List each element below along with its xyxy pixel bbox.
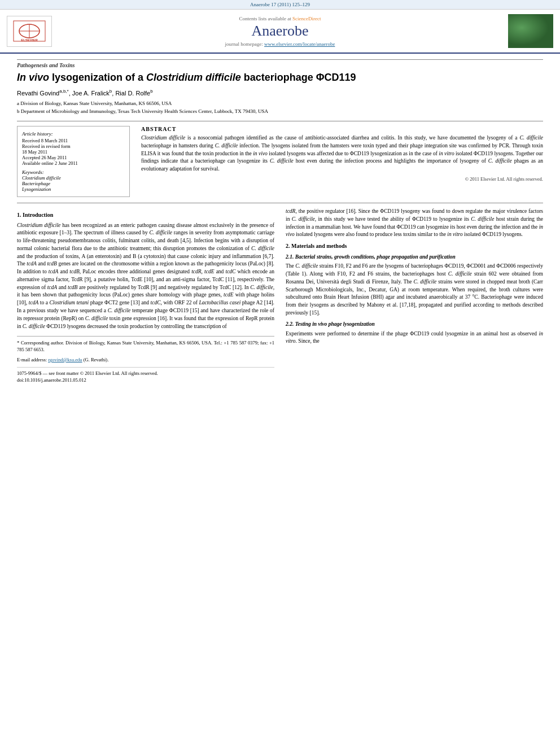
divider-2 (17, 203, 543, 203)
methods-heading: 2. Materials and methods (286, 242, 543, 251)
divider-1 (17, 121, 543, 121)
svg-point-7 (521, 20, 535, 37)
svg-rect-5 (508, 14, 553, 48)
journal-header: ELSEVIER Contents lists available at Sci… (0, 10, 560, 54)
affil-1: a Division of Biology, Kansas State Univ… (17, 100, 543, 108)
intro-para1: Clostridium difficile has been recognize… (17, 222, 274, 331)
footnote-area: * Corresponding author. Division of Biol… (17, 336, 274, 364)
affil-2: b Department of Microbiology and Immunol… (17, 108, 543, 116)
subsec2-para: Experiments were performed to determine … (286, 330, 543, 346)
info-abstract-row: Article history: Received 8 March 2011 R… (17, 126, 543, 197)
sciencedirect-line: Contents lists available at ScienceDirec… (63, 16, 497, 21)
subsec2-heading: 2.2. Testing in vivo phage lysogenizatio… (286, 321, 543, 329)
journal-center: Contents lists available at ScienceDirec… (52, 16, 508, 47)
footnote-star: * Corresponding author. Division of Biol… (17, 340, 274, 353)
footnote-email: E-mail address: rgovind@ksu.edu (G. Reva… (17, 357, 274, 364)
svg-text:Anaerobe: Anaerobe (520, 41, 541, 46)
elsevier-logo: ELSEVIER (7, 16, 52, 47)
journal-title: Anaerobe (63, 23, 497, 40)
intro-heading: 1. Introduction (17, 211, 274, 220)
abstract-title: ABSTRACT (141, 126, 543, 132)
revised-label: Received in revised form (22, 143, 125, 149)
body-col-right: tcdR, the positive regulator [16]. Since… (286, 208, 543, 384)
keyword-2: Bacteriophage (22, 181, 125, 186)
affiliations: a Division of Biology, Kansas State Univ… (17, 100, 543, 115)
keywords-section: Keywords: Clostridium difficile Bacterio… (22, 169, 125, 192)
svg-point-8 (532, 28, 541, 40)
history-label: Article history: (22, 131, 125, 137)
revised-date: 18 May 2011 (22, 149, 125, 155)
svg-point-9 (519, 23, 525, 28)
article-ids: 1075-9964/$ — see front matter © 2011 El… (17, 367, 274, 384)
article-info-column: Article history: Received 8 March 2011 R… (17, 126, 130, 197)
author-1: Revathi Govind (17, 90, 59, 97)
subsec1-para: The C. difficile strains F10, F2 and F6 … (286, 263, 543, 317)
available-date: Available online 2 June 2011 (22, 160, 125, 166)
title-italic-part: In vivo (17, 72, 49, 83)
article-history: Article history: Received 8 March 2011 R… (22, 131, 125, 166)
section-label: Pathogenesis and Toxins (17, 59, 543, 68)
body-columns: 1. Introduction Clostridium difficile ha… (17, 208, 543, 384)
received-date: Received 8 March 2011 (22, 138, 125, 143)
subsec1-heading: 2.1. Bacterial strains, growth condition… (286, 254, 543, 261)
svg-text:ELSEVIER: ELSEVIER (21, 38, 38, 42)
keywords-label: Keywords: (22, 169, 125, 175)
intro-para2: tcdR, the positive regulator [16]. Since… (286, 208, 543, 239)
anaerobe-logo: Anaerobe (508, 14, 553, 48)
title-genus-species: Clostridium difficile (146, 72, 241, 83)
article-banner: Anaerobe 17 (2011) 125–129 (0, 0, 560, 10)
footnote-email-link[interactable]: rgovind@ksu.edu (48, 357, 82, 362)
article-container: Pathogenesis and Toxins In vivo lysogeni… (0, 54, 560, 390)
keyword-1: Clostridium difficile (22, 175, 125, 181)
copyright-line: © 2011 Elsevier Ltd. All rights reserved… (141, 176, 543, 182)
svg-point-6 (514, 19, 548, 43)
body-col-left: 1. Introduction Clostridium difficile ha… (17, 208, 274, 384)
abstract-text: Clostridium difficile is a nosocomial pa… (141, 134, 543, 173)
accepted-date: Accepted 26 May 2011 (22, 155, 125, 160)
issn-line: 1075-9964/$ — see front matter © 2011 El… (17, 370, 274, 377)
banner-text: Anaerobe 17 (2011) 125–129 (250, 2, 310, 7)
journal-homepage: journal homepage: www.elsevier.com/locat… (63, 41, 497, 47)
keyword-3: Lysogenization (22, 186, 125, 192)
abstract-column: ABSTRACT Clostridium difficile is a noso… (141, 126, 543, 197)
sciencedirect-link[interactable]: ScienceDirect (292, 16, 321, 21)
authors-line: Revathi Govinda,b,*, Joe A. Fralickb, Ri… (17, 89, 543, 97)
doi-line: doi:10.1016/j.anaerobe.2011.05.012 (17, 377, 274, 383)
article-info-box: Article history: Received 8 March 2011 R… (17, 126, 130, 197)
article-title: In vivo lysogenization of a Clostridium … (17, 71, 543, 84)
journal-homepage-link[interactable]: www.elsevier.com/locate/anaerobe (264, 41, 335, 47)
